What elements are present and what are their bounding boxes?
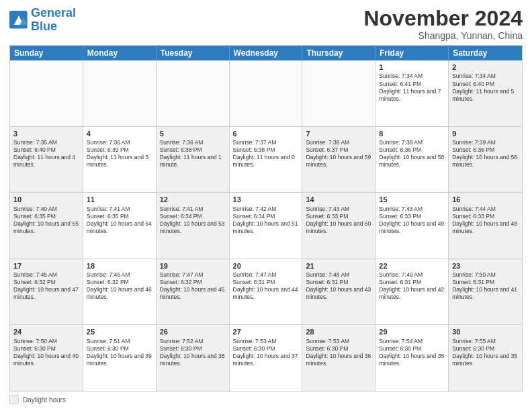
daylight: Daylight: 10 hours and 49 minutes. (379, 220, 444, 234)
calendar-cell (157, 60, 230, 126)
daylight: Daylight: 10 hours and 41 minutes. (452, 286, 517, 300)
daylight: Daylight: 11 hours and 4 minutes. (13, 154, 75, 168)
calendar-cell: 19Sunrise: 7:47 AMSunset: 6:32 PMDayligh… (157, 259, 230, 325)
daylight: Daylight: 10 hours and 48 minutes. (452, 220, 517, 234)
footer-shading-box (9, 395, 19, 404)
calendar-header: Sunday Monday Tuesday Wednesday Thursday… (10, 46, 522, 60)
sunrise: Sunrise: 7:35 AM (13, 139, 57, 146)
sunset: Sunset: 6:35 PM (87, 213, 129, 220)
daylight: Daylight: 10 hours and 59 minutes. (306, 154, 371, 168)
month-title: November 2024 (363, 7, 523, 30)
day-number: 25 (87, 327, 152, 336)
sunrise: Sunrise: 7:49 AM (379, 271, 423, 278)
day-number: 17 (13, 261, 79, 271)
day-number: 19 (160, 261, 226, 271)
calendar-cell: 3Sunrise: 7:35 AMSunset: 6:40 PMDaylight… (10, 127, 83, 193)
calendar-cell (83, 60, 157, 126)
day-number: 2 (452, 62, 519, 72)
daylight: Daylight: 10 hours and 43 minutes. (306, 286, 371, 300)
sunset: Sunset: 6:38 PM (233, 146, 275, 153)
calendar-cell: 25Sunrise: 7:51 AMSunset: 6:30 PMDayligh… (83, 325, 157, 391)
sunrise: Sunrise: 7:50 AM (452, 271, 496, 278)
calendar-cell: 9Sunrise: 7:39 AMSunset: 6:36 PMDaylight… (449, 127, 522, 193)
daylight: Daylight: 10 hours and 51 minutes. (233, 220, 298, 234)
daylight: Daylight: 10 hours and 58 minutes. (379, 154, 444, 168)
calendar-cell: 24Sunrise: 7:50 AMSunset: 6:30 PMDayligh… (10, 325, 83, 391)
sunset: Sunset: 6:34 PM (160, 213, 202, 220)
sunset: Sunset: 6:31 PM (379, 279, 421, 285)
daylight: Daylight: 10 hours and 47 minutes. (13, 286, 79, 300)
calendar-cell: 1Sunrise: 7:34 AMSunset: 6:41 PMDaylight… (375, 60, 449, 126)
calendar-row: 1Sunrise: 7:34 AMSunset: 6:41 PMDaylight… (10, 60, 522, 126)
logo-general: General (31, 6, 76, 19)
calendar-cell: 17Sunrise: 7:45 AMSunset: 6:32 PMDayligh… (10, 259, 83, 325)
calendar-cell: 7Sunrise: 7:38 AMSunset: 6:37 PMDaylight… (302, 127, 375, 193)
sunset: Sunset: 6:34 PM (233, 213, 275, 220)
sunrise: Sunrise: 7:37 AM (233, 139, 277, 146)
logo-icon (9, 11, 28, 30)
page: General Blue November 2024 Shangpa, Yunn… (0, 0, 532, 411)
sunrise: Sunrise: 7:53 AM (233, 338, 277, 345)
sunrise: Sunrise: 7:38 AM (306, 139, 349, 146)
calendar-cell: 28Sunrise: 7:53 AMSunset: 6:30 PMDayligh… (302, 325, 375, 391)
day-number: 14 (306, 195, 371, 204)
sunset: Sunset: 6:32 PM (160, 279, 202, 285)
day-number: 23 (452, 261, 519, 271)
day-number: 3 (13, 129, 79, 138)
daylight: Daylight: 10 hours and 42 minutes. (379, 286, 444, 300)
day-number: 29 (379, 327, 445, 336)
calendar-cell: 22Sunrise: 7:49 AMSunset: 6:31 PMDayligh… (375, 259, 449, 325)
sunset: Sunset: 6:38 PM (160, 146, 202, 153)
daylight: Daylight: 10 hours and 40 minutes. (13, 353, 79, 367)
calendar-cell: 2Sunrise: 7:34 AMSunset: 6:40 PMDaylight… (449, 60, 522, 126)
day-number: 28 (306, 327, 371, 336)
header-monday: Monday (83, 46, 157, 60)
sunrise: Sunrise: 7:43 AM (306, 205, 349, 212)
day-number: 6 (233, 129, 299, 138)
daylight: Daylight: 11 hours and 5 minutes. (452, 88, 514, 102)
sunset: Sunset: 6:41 PM (379, 81, 421, 87)
sunrise: Sunrise: 7:50 AM (13, 338, 57, 345)
daylight: Daylight: 10 hours and 35 minutes. (379, 353, 444, 367)
sunrise: Sunrise: 7:36 AM (160, 139, 204, 146)
daylight: Daylight: 10 hours and 35 minutes. (452, 353, 517, 367)
daylight: Daylight: 10 hours and 55 minutes. (13, 220, 79, 234)
calendar: Sunday Monday Tuesday Wednesday Thursday… (9, 45, 523, 392)
sunrise: Sunrise: 7:52 AM (160, 338, 204, 345)
calendar-row: 24Sunrise: 7:50 AMSunset: 6:30 PMDayligh… (10, 324, 522, 391)
calendar-cell: 8Sunrise: 7:38 AMSunset: 6:36 PMDaylight… (375, 127, 449, 193)
sunset: Sunset: 6:30 PM (233, 345, 275, 352)
sunset: Sunset: 6:31 PM (452, 279, 494, 285)
sunrise: Sunrise: 7:41 AM (87, 205, 130, 212)
daylight: Daylight: 10 hours and 45 minutes. (160, 286, 225, 300)
day-number: 20 (233, 261, 299, 271)
sunrise: Sunrise: 7:51 AM (87, 338, 130, 345)
header-tuesday: Tuesday (157, 46, 230, 60)
sunrise: Sunrise: 7:34 AM (379, 73, 423, 79)
day-number: 16 (452, 195, 519, 204)
sunset: Sunset: 6:30 PM (87, 345, 129, 352)
day-number: 4 (87, 129, 152, 138)
logo: General Blue (9, 7, 76, 34)
sunrise: Sunrise: 7:45 AM (13, 271, 57, 278)
location: Shangpa, Yunnan, China (363, 30, 523, 41)
sunrise: Sunrise: 7:53 AM (306, 338, 349, 345)
daylight: Daylight: 11 hours and 7 minutes. (379, 88, 441, 102)
calendar-row: 3Sunrise: 7:35 AMSunset: 6:40 PMDaylight… (10, 126, 522, 193)
day-number: 9 (452, 129, 519, 138)
sunset: Sunset: 6:35 PM (13, 213, 56, 220)
calendar-cell: 16Sunrise: 7:44 AMSunset: 6:33 PMDayligh… (449, 193, 522, 259)
daylight: Daylight: 10 hours and 54 minutes. (87, 220, 152, 234)
calendar-cell: 12Sunrise: 7:41 AMSunset: 6:34 PMDayligh… (157, 193, 230, 259)
header-sunday: Sunday (10, 46, 83, 60)
day-number: 15 (379, 195, 445, 204)
sunset: Sunset: 6:32 PM (87, 279, 129, 285)
sunrise: Sunrise: 7:47 AM (160, 271, 204, 278)
daylight: Daylight: 11 hours and 3 minutes. (87, 154, 148, 168)
header-friday: Friday (375, 46, 449, 60)
calendar-cell: 14Sunrise: 7:43 AMSunset: 6:33 PMDayligh… (302, 193, 375, 259)
day-number: 1 (379, 62, 445, 72)
calendar-cell: 20Sunrise: 7:47 AMSunset: 6:31 PMDayligh… (230, 259, 303, 325)
sunrise: Sunrise: 7:36 AM (87, 139, 130, 146)
day-number: 8 (379, 129, 445, 138)
